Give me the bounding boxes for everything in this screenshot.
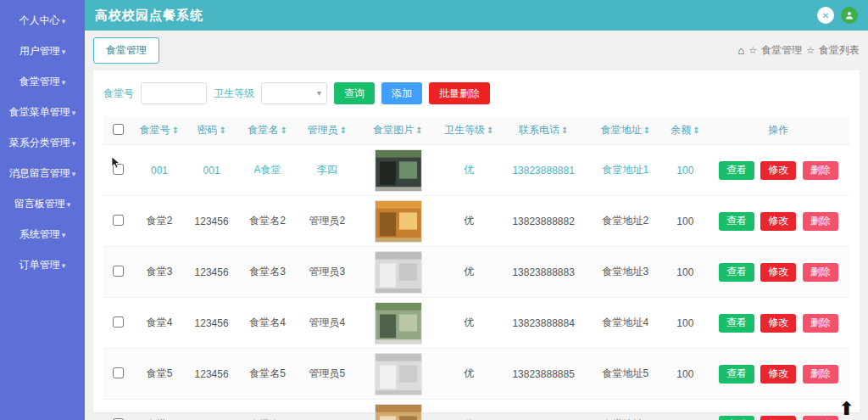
- column-label: 密码: [197, 124, 217, 136]
- sort-icon[interactable]: ⇕: [340, 126, 347, 135]
- sidebar-item-order-management[interactable]: 订单管理▾: [0, 249, 85, 280]
- sidebar: 个人中心▾ 用户管理▾ 食堂管理▾ 食堂菜单管理▾ 菜系分类管理▾ 消息留言管理…: [0, 0, 85, 420]
- cell-actions: 查看 修改 删除: [708, 298, 849, 349]
- column-label: 管理员: [308, 124, 338, 136]
- sidebar-item-message-board-management[interactable]: 留言板管理▾: [0, 188, 85, 219]
- sidebar-item-system-management[interactable]: 系统管理▾: [0, 219, 85, 249]
- table-row[interactable]: 食堂5 123456 食堂名5 管理员5 优 13823888885 食堂地址5…: [103, 349, 849, 400]
- row-checkbox[interactable]: [113, 164, 124, 175]
- search-button[interactable]: 查询: [334, 82, 375, 104]
- row-checkbox[interactable]: [113, 316, 124, 328]
- edit-button[interactable]: 修改: [760, 161, 796, 180]
- edit-button[interactable]: 修改: [760, 416, 796, 420]
- back-to-top-button[interactable]: ⬆: [839, 400, 854, 418]
- view-button[interactable]: 查看: [719, 212, 754, 231]
- cell-name: 食堂名5: [237, 349, 297, 400]
- sort-icon[interactable]: ⇕: [280, 126, 287, 135]
- canteen-photo[interactable]: [375, 353, 422, 395]
- sidebar-item-label: 消息留言管理: [9, 167, 70, 179]
- view-button[interactable]: 查看: [719, 365, 754, 384]
- column-header-phone[interactable]: 联系电话⇕: [498, 116, 588, 145]
- column-header-address[interactable]: 食堂地址⇕: [588, 116, 663, 145]
- tab-canteen-management[interactable]: 食堂管理: [93, 37, 159, 64]
- select-all-checkbox[interactable]: [113, 124, 124, 135]
- column-label: 食堂地址: [601, 124, 642, 136]
- filter-row: 食堂号 卫生等级 ▾ 查询 添加 批量删除: [103, 79, 849, 116]
- canteen-photo[interactable]: [375, 404, 422, 420]
- sidebar-item-cuisine-category-management[interactable]: 菜系分类管理▾: [0, 127, 85, 158]
- row-checkbox[interactable]: [113, 266, 124, 277]
- canteen-photo[interactable]: [375, 149, 422, 192]
- view-button[interactable]: 查看: [719, 416, 754, 420]
- sort-icon[interactable]: ⇕: [487, 126, 493, 135]
- delete-button[interactable]: 删除: [803, 212, 838, 231]
- sidebar-item-personal-center[interactable]: 个人中心▾: [0, 5, 85, 36]
- table-row[interactable]: 食堂2 123456 食堂名2 管理员2 优 13823888882 食堂地址2…: [103, 196, 849, 247]
- column-header-manager[interactable]: 管理员⇕: [298, 116, 357, 145]
- sort-icon[interactable]: ⇕: [693, 126, 699, 135]
- user-icon[interactable]: [841, 7, 858, 24]
- batch-delete-button[interactable]: 批量删除: [429, 82, 490, 104]
- row-checkbox[interactable]: [113, 367, 124, 378]
- canteen-photo[interactable]: [375, 251, 422, 294]
- delete-button[interactable]: 删除: [803, 263, 838, 282]
- edit-button[interactable]: 修改: [760, 212, 796, 231]
- breadcrumb-item-canteen-list[interactable]: 食堂列表: [819, 43, 860, 58]
- hygiene-level-label: 卫生等级: [214, 87, 254, 101]
- column-header-name[interactable]: 食堂名⇕: [237, 116, 297, 145]
- column-header-balance[interactable]: 余额⇕: [663, 116, 708, 145]
- edit-button[interactable]: 修改: [760, 263, 796, 282]
- cell-hygiene: 优: [439, 145, 498, 196]
- column-header-password[interactable]: 密码⇕: [186, 116, 238, 145]
- column-header-hygiene[interactable]: 卫生等级⇕: [439, 116, 498, 145]
- cell-phone: 13823888886: [498, 400, 588, 420]
- view-button[interactable]: 查看: [719, 314, 754, 333]
- cell-photo: [357, 400, 439, 420]
- delete-button[interactable]: 删除: [803, 365, 838, 384]
- sort-icon[interactable]: ⇕: [415, 126, 422, 135]
- sort-icon[interactable]: ⇕: [561, 126, 568, 135]
- canteen-no-input[interactable]: [141, 82, 207, 104]
- table-row[interactable]: 食堂3 123456 食堂名3 管理员3 优 13823888883 食堂地址3…: [103, 247, 849, 298]
- table-row[interactable]: 食堂4 123456 食堂名4 管理员4 优 13823888884 食堂地址4…: [103, 298, 849, 349]
- cell-actions: 查看 修改 删除: [708, 400, 849, 420]
- column-header-photo[interactable]: 食堂图片⇕: [357, 116, 439, 145]
- cell-hygiene: 优: [439, 349, 498, 400]
- column-header-canteen-no[interactable]: 食堂号⇕: [133, 116, 186, 145]
- delete-button[interactable]: 删除: [803, 161, 838, 180]
- close-icon[interactable]: ✕: [817, 7, 834, 24]
- sidebar-item-canteen-menu-management[interactable]: 食堂菜单管理▾: [0, 97, 85, 127]
- canteen-photo[interactable]: [375, 302, 422, 344]
- canteen-list-card: 食堂号 卫生等级 ▾ 查询 添加 批量删除 食堂号⇕ 密码: [93, 70, 860, 412]
- edit-button[interactable]: 修改: [760, 365, 796, 384]
- delete-button[interactable]: 删除: [803, 314, 838, 333]
- home-icon[interactable]: ⌂: [737, 44, 744, 57]
- delete-button[interactable]: 删除: [803, 416, 838, 420]
- edit-button[interactable]: 修改: [760, 314, 796, 333]
- cell-hygiene: 优: [439, 196, 498, 247]
- sidebar-item-label: 系统管理: [19, 228, 60, 240]
- table-row[interactable]: 001 001 A食堂 李四 优 13823888881 食堂地址1 100 查…: [103, 145, 849, 196]
- cell-password: 123456: [186, 196, 238, 247]
- sidebar-item-canteen-management[interactable]: 食堂管理▾: [0, 66, 85, 97]
- checkbox-cell: [103, 298, 133, 349]
- sidebar-item-message-management[interactable]: 消息留言管理▾: [0, 158, 85, 188]
- table-row[interactable]: 食堂6 123456 食堂名6 管理员6 优 13823888886 食堂地址6…: [103, 400, 849, 420]
- cell-address: 食堂地址4: [588, 298, 663, 349]
- canteen-photo[interactable]: [375, 200, 422, 243]
- checkbox-cell: [103, 400, 133, 420]
- row-checkbox[interactable]: [113, 215, 124, 226]
- column-label: 食堂名: [248, 124, 278, 136]
- breadcrumb-item-canteen-management[interactable]: 食堂管理: [761, 43, 802, 58]
- sort-icon[interactable]: ⇕: [172, 126, 179, 135]
- add-button[interactable]: 添加: [381, 82, 422, 104]
- cell-balance: 100: [663, 247, 708, 298]
- view-button[interactable]: 查看: [719, 161, 754, 180]
- sort-icon[interactable]: ⇕: [219, 126, 225, 135]
- cell-photo: [357, 145, 439, 196]
- cell-balance: 100: [663, 298, 708, 349]
- sort-icon[interactable]: ⇕: [643, 126, 650, 135]
- view-button[interactable]: 查看: [719, 263, 754, 282]
- hygiene-level-select[interactable]: ▾: [261, 82, 327, 104]
- sidebar-item-user-management[interactable]: 用户管理▾: [0, 36, 85, 66]
